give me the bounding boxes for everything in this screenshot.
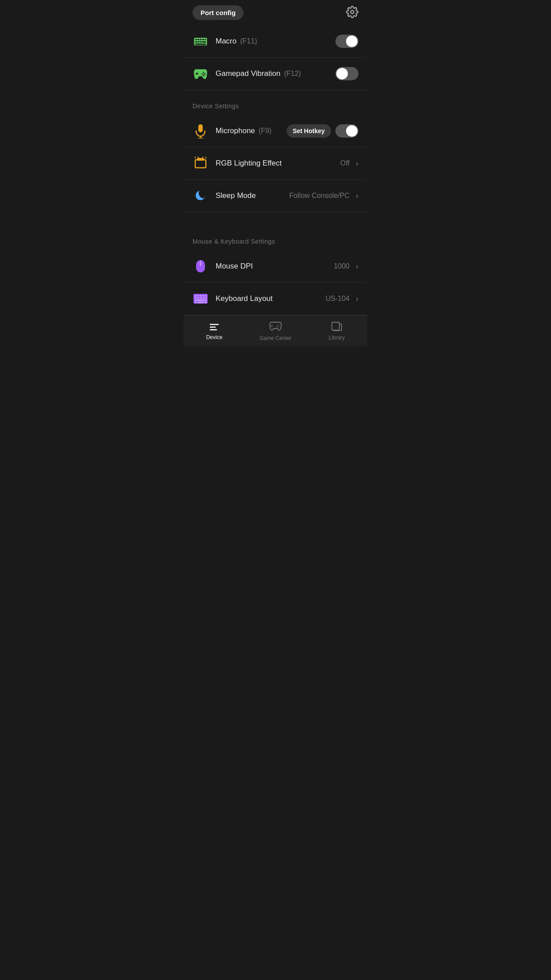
nav-device[interactable]: Device — [184, 316, 245, 346]
mouse-dpi-label: Mouse DPI — [216, 262, 327, 271]
svg-line-25 — [198, 157, 199, 158]
nav-game-center-label: Game Center — [260, 335, 291, 341]
gamepad-vibration-toggle-area — [335, 67, 358, 80]
device-nav-icon — [209, 322, 220, 332]
svg-rect-43 — [197, 302, 204, 303]
mouse-dpi-chevron: › — [356, 262, 358, 271]
svg-point-52 — [276, 326, 277, 327]
rgb-icon — [193, 155, 209, 171]
gamepad-vibration-row: Gamepad Vibration (F12) — [184, 58, 367, 90]
macro-label: Macro (F11) — [216, 37, 328, 46]
svg-rect-49 — [271, 325, 273, 326]
library-nav-icon — [331, 321, 342, 333]
svg-rect-4 — [200, 39, 202, 40]
nav-device-label: Device — [206, 334, 223, 340]
svg-rect-38 — [200, 297, 202, 299]
macro-icon — [193, 33, 209, 49]
svg-point-15 — [205, 74, 206, 75]
rgb-lighting-row[interactable]: RGB Lighting Effect Off › — [184, 147, 367, 180]
device-settings-header: Device Settings — [184, 90, 367, 115]
header: Port config — [184, 0, 367, 25]
svg-rect-35 — [205, 295, 207, 296]
mouse-dpi-value: 1000 — [334, 262, 350, 270]
rgb-lighting-right: Off › — [340, 159, 358, 168]
keyboard-layout-chevron: › — [356, 294, 358, 304]
rgb-lighting-value: Off — [340, 159, 350, 167]
svg-rect-33 — [200, 295, 202, 296]
rgb-lighting-chevron: › — [356, 159, 358, 168]
svg-rect-18 — [198, 124, 203, 132]
svg-rect-32 — [197, 295, 199, 296]
macro-toggle[interactable] — [335, 35, 358, 48]
sleep-mode-chevron: › — [356, 191, 358, 201]
content-area: Macro (F11) — [184, 25, 367, 315]
svg-rect-5 — [202, 39, 204, 40]
sleep-icon — [193, 188, 209, 204]
bottom-nav: Device Game Center — [184, 315, 367, 346]
svg-rect-21 — [195, 160, 206, 168]
svg-rect-40 — [205, 297, 207, 299]
svg-rect-31 — [195, 295, 197, 296]
microphone-icon — [193, 123, 209, 139]
sleep-mode-label: Sleep Mode — [216, 191, 282, 200]
svg-point-16 — [202, 74, 203, 75]
port-config-button[interactable]: Port config — [193, 5, 244, 20]
set-hotkey-button[interactable]: Set Hotkey — [287, 124, 331, 138]
svg-rect-37 — [197, 297, 199, 299]
keyboard-layout-row[interactable]: Keyboard Layout US-104 › — [184, 283, 367, 315]
gamepad-vibration-toggle[interactable] — [335, 67, 358, 80]
svg-rect-11 — [195, 43, 206, 45]
mouse-icon — [193, 258, 209, 274]
sleep-mode-right: Follow Console/PC › — [289, 191, 358, 201]
keyboard-layout-label: Keyboard Layout — [216, 294, 319, 303]
svg-point-17 — [203, 75, 205, 76]
sleep-mode-row[interactable]: Sleep Mode Follow Console/PC › — [184, 180, 367, 212]
svg-point-0 — [351, 11, 354, 14]
microphone-right: Set Hotkey — [287, 124, 358, 138]
microphone-knob — [346, 125, 358, 137]
microphone-toggle[interactable] — [335, 124, 358, 138]
svg-rect-2 — [195, 39, 197, 40]
gamepad-vibration-label: Gamepad Vibration (F12) — [216, 69, 328, 78]
keyboard-layout-value: US-104 — [326, 295, 350, 303]
svg-rect-22 — [197, 158, 204, 161]
svg-rect-41 — [195, 300, 206, 301]
svg-rect-6 — [205, 39, 206, 40]
macro-row: Macro (F11) — [184, 25, 367, 58]
keyboard-layout-right: US-104 › — [326, 294, 358, 304]
gamepad-icon — [193, 66, 209, 82]
svg-rect-13 — [196, 73, 198, 74]
nav-library[interactable]: Library — [306, 316, 367, 346]
svg-line-26 — [202, 157, 203, 158]
svg-point-50 — [277, 324, 278, 325]
keyboard-icon — [193, 291, 209, 307]
svg-rect-36 — [195, 297, 197, 299]
svg-rect-3 — [197, 39, 199, 40]
svg-point-29 — [199, 262, 202, 265]
svg-rect-9 — [200, 41, 202, 43]
svg-rect-7 — [195, 41, 197, 43]
svg-rect-8 — [197, 41, 199, 43]
nav-library-label: Library — [329, 335, 345, 341]
game-center-nav-icon — [269, 321, 282, 333]
svg-rect-39 — [203, 297, 205, 299]
settings-gear-button[interactable] — [346, 6, 358, 20]
macro-toggle-knob — [346, 36, 358, 47]
microphone-label: Microphone (F9) — [216, 126, 279, 135]
spacer-1 — [184, 212, 367, 225]
rgb-lighting-label: RGB Lighting Effect — [216, 159, 333, 168]
svg-rect-34 — [203, 295, 205, 296]
gamepad-vibration-knob — [336, 68, 348, 79]
nav-game-center[interactable]: Game Center — [245, 316, 306, 346]
mouse-dpi-row[interactable]: Mouse DPI 1000 › — [184, 250, 367, 283]
svg-point-53 — [277, 327, 278, 328]
gear-icon — [346, 6, 358, 18]
mouse-dpi-right: 1000 › — [334, 262, 358, 271]
mouse-keyboard-header: Mouse & Keyboard Settings — [184, 225, 367, 250]
svg-rect-42 — [195, 302, 197, 303]
svg-rect-10 — [202, 41, 206, 43]
svg-rect-44 — [205, 302, 207, 303]
microphone-row: Microphone (F9) Set Hotkey — [184, 115, 367, 147]
macro-toggle-area — [335, 35, 358, 48]
svg-point-51 — [279, 326, 279, 327]
